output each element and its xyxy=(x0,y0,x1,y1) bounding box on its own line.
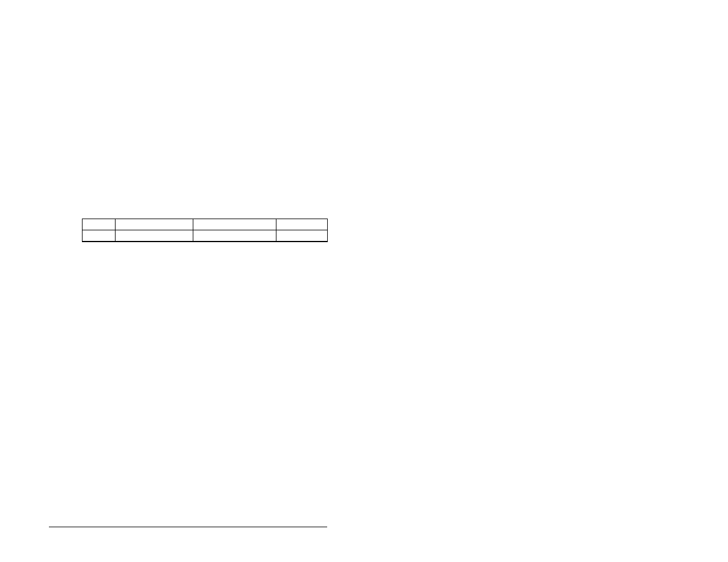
table-cell xyxy=(193,219,276,230)
table-cell xyxy=(193,230,276,242)
table-cell xyxy=(83,230,116,242)
table-row xyxy=(83,230,328,242)
table-cell xyxy=(276,219,328,230)
table-row xyxy=(83,219,328,230)
table-cell xyxy=(116,219,193,230)
table-cell xyxy=(116,230,193,242)
table-cell xyxy=(276,230,328,242)
empty-table xyxy=(82,219,328,242)
horizontal-rule xyxy=(49,527,327,527)
table-cell xyxy=(83,219,116,230)
